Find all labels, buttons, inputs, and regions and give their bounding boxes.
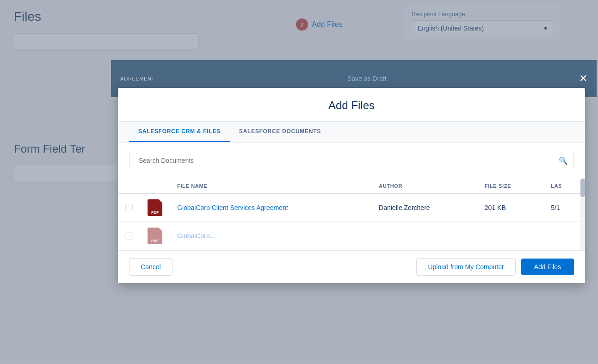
row-checkbox-cell-2	[118, 222, 140, 250]
col-file-size: FILE SIZE	[477, 179, 543, 194]
col-checkbox	[118, 179, 140, 194]
modal-header: Add Files	[118, 88, 585, 122]
row-checkbox-cell	[118, 194, 140, 222]
col-icon	[140, 179, 170, 194]
col-author: AUTHOR	[371, 179, 477, 194]
row-last-modified-cell: 5/1	[543, 194, 585, 222]
pdf-icon-2: PDF	[148, 228, 162, 244]
row-file-name-cell-2: GlobalCorp...	[170, 222, 371, 250]
add-files-modal: Add Files SALESFORCE CRM & FILES SALESFO…	[118, 88, 585, 283]
scrollbar-track	[580, 179, 585, 250]
tab-salesforce-crm[interactable]: SALESFORCE CRM & FILES	[129, 122, 230, 142]
row-file-name-cell: GlobalCorp Client Services Agreement	[170, 194, 371, 222]
close-icon[interactable]: ✕	[579, 73, 587, 85]
row-checkbox-2[interactable]	[125, 232, 133, 240]
agreement-label: AGREEMENT	[120, 76, 155, 81]
col-last-modified: LAS	[543, 179, 585, 194]
search-input[interactable]	[135, 152, 559, 169]
row-author-cell: Danielle Zerchere	[371, 194, 477, 222]
file-table: FILE NAME AUTHOR FILE SIZE LAS PDF Globa…	[118, 179, 585, 250]
table-row-partial: PDF GlobalCorp...	[118, 222, 585, 250]
upload-from-computer-button[interactable]: Upload from My Computer	[416, 258, 515, 276]
row-author-cell-2	[371, 222, 477, 250]
row-file-size-cell: 201 KB	[477, 194, 543, 222]
row-checkbox[interactable]	[125, 204, 133, 211]
file-table-container: FILE NAME AUTHOR FILE SIZE LAS PDF Globa…	[118, 179, 585, 250]
search-icon[interactable]: 🔍	[559, 156, 568, 165]
search-wrapper: 🔍	[129, 152, 574, 169]
scrollbar-thumb[interactable]	[580, 179, 585, 197]
tab-salesforce-documents[interactable]: SALESFORCE DOCUMENTS	[230, 122, 330, 142]
search-area: 🔍	[118, 142, 585, 179]
modal-title: Add Files	[133, 99, 570, 112]
pdf-icon: PDF	[148, 199, 162, 216]
footer-right-buttons: Upload from My Computer Add Files	[416, 258, 574, 276]
cancel-button[interactable]: Cancel	[129, 258, 173, 276]
row-icon-cell: PDF	[140, 194, 170, 222]
add-files-confirm-button[interactable]: Add Files	[521, 259, 574, 275]
col-file-name: FILE NAME	[170, 179, 371, 194]
modal-tabs: SALESFORCE CRM & FILES SALESFORCE DOCUME…	[118, 122, 585, 142]
row-file-size-cell-2	[477, 222, 543, 250]
save-draft-button[interactable]: Save as Draft	[347, 75, 387, 82]
table-row: PDF GlobalCorp Client Services Agreement…	[118, 194, 585, 222]
modal-footer: Cancel Upload from My Computer Add Files	[118, 250, 585, 283]
file-name-link[interactable]: GlobalCorp Client Services Agreement	[177, 204, 288, 211]
row-icon-cell-2: PDF	[140, 222, 170, 250]
row-last-modified-cell-2	[543, 222, 585, 250]
